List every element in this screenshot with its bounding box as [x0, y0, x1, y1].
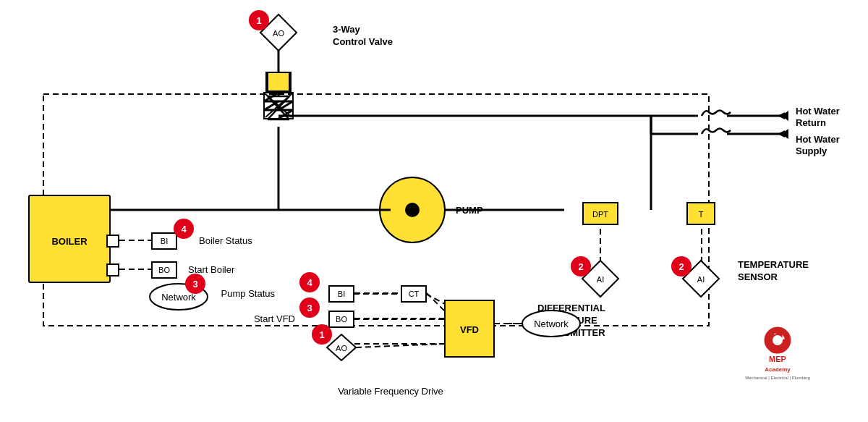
start-vfd-label: Start VFD — [254, 313, 295, 324]
svg-point-32 — [405, 203, 420, 217]
ai-dpt-label: AI — [597, 275, 604, 284]
num3-boiler: 3 — [192, 279, 197, 290]
bo-boiler-label: BO — [158, 266, 170, 274]
mep-label3: Mechanical | Electrical | Plumbing — [745, 376, 810, 380]
three-way-valve-label: 3-Way — [333, 24, 361, 35]
ao-valve-label: AO — [273, 29, 284, 38]
pump-label: PUMP — [456, 205, 483, 216]
hot-water-return-label1: Hot Water — [796, 106, 840, 117]
dpt-box-label: DPT — [592, 210, 608, 219]
bo-vfd-label: BO — [336, 315, 347, 324]
network-boiler-label: Network — [161, 292, 196, 303]
three-way-valve-label2: Control Valve — [333, 36, 393, 47]
ct-label: CT — [409, 290, 420, 298]
hot-water-return-label2: Return — [796, 117, 826, 128]
svg-rect-17 — [107, 264, 119, 276]
start-boiler-label: Start Boiler — [188, 264, 235, 275]
t-sensor-label: T — [699, 210, 704, 219]
hot-water-supply-label2: Supply — [796, 145, 827, 156]
hot-water-supply-label1: Hot Water — [796, 134, 840, 145]
num1-valve: 1 — [256, 15, 261, 26]
vfd-full-label: Variable Frequency Drive — [338, 386, 443, 397]
bi-pump-label: BI — [338, 290, 345, 298]
num1-ao-vfd: 1 — [319, 329, 324, 340]
bi-boiler-label: BI — [161, 237, 168, 245]
num3-vfd: 3 — [307, 303, 312, 313]
temp-sensor-label1: TEMPERATURE — [738, 259, 809, 270]
num2-temp: 2 — [678, 261, 684, 272]
ai-temp-label: AI — [697, 275, 705, 284]
vfd-label: VFD — [460, 324, 479, 335]
mep-label2: Academy — [765, 366, 791, 373]
num2-dpt: 2 — [578, 261, 583, 272]
svg-point-70 — [773, 335, 783, 345]
temp-sensor-label2: SENSOR — [738, 271, 778, 282]
network-vfd-label: Network — [534, 318, 569, 329]
num4-boiler: 4 — [181, 224, 187, 235]
svg-rect-72 — [268, 72, 289, 91]
pump-status-label: Pump Status — [221, 288, 276, 299]
mep-label1: MEP — [769, 355, 786, 363]
diagram: BOILER AO 1 3-Way Control Valve PUMP DPT… — [0, 0, 868, 422]
num4-pump: 4 — [307, 277, 312, 288]
svg-rect-16 — [107, 235, 119, 247]
ao-vfd-label: AO — [336, 344, 347, 353]
boiler-status-label: Boiler Status — [199, 235, 252, 246]
boiler-label: BOILER — [51, 236, 88, 247]
